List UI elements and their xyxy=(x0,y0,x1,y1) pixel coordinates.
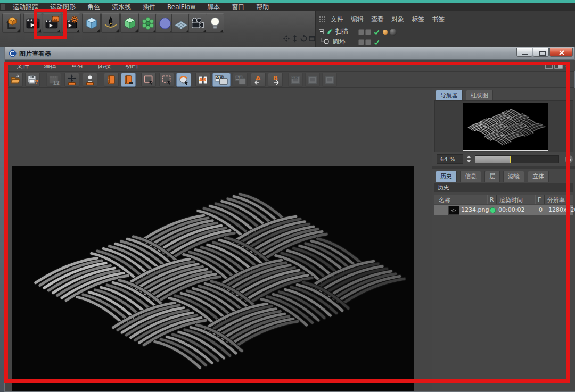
spline-pen-button[interactable] xyxy=(101,13,120,33)
texture-tag-icon[interactable] xyxy=(383,30,388,35)
om-menu-bookmarks[interactable]: 书签 xyxy=(432,15,445,24)
menu-item-script[interactable]: 脚本 xyxy=(207,3,220,12)
zoom-icon[interactable] xyxy=(291,35,299,43)
pinwheel-icon xyxy=(141,16,155,31)
light-button[interactable] xyxy=(206,13,224,33)
menu-item-plugins[interactable]: 插件 xyxy=(143,3,155,12)
window-title: 图片查看器 xyxy=(19,49,51,59)
menu-item-character[interactable]: 角色 xyxy=(87,3,100,12)
minimize-button[interactable] xyxy=(516,48,532,57)
axis-cube-button[interactable] xyxy=(2,13,21,33)
toggle-view-icon[interactable] xyxy=(308,35,316,43)
camera-icon xyxy=(191,16,206,31)
deformer-button[interactable] xyxy=(138,13,157,33)
om-menu-objects[interactable]: 对象 xyxy=(391,15,404,24)
green-cube-icon xyxy=(122,16,137,31)
editor-visibility-dot[interactable] xyxy=(358,39,364,45)
om-menu-tags[interactable]: 标签 xyxy=(412,15,424,24)
material-ball-icon[interactable] xyxy=(390,29,397,36)
object-label: 扫描 xyxy=(335,27,348,36)
clipped-menu-fragment xyxy=(1,4,5,10)
menu-item-window[interactable]: 窗口 xyxy=(232,3,244,12)
drag-grid-icon xyxy=(319,16,325,22)
object-row-sweep[interactable]: 扫描 xyxy=(319,27,348,36)
tree-branch-circle-icon xyxy=(319,38,331,45)
floor-button[interactable] xyxy=(171,13,190,33)
editor-visibility-dot[interactable] xyxy=(358,29,364,35)
om-menu-view[interactable]: 查看 xyxy=(371,15,384,24)
light-bulb-icon xyxy=(208,16,223,31)
picture-viewer-app-icon xyxy=(9,49,17,57)
camera-button[interactable] xyxy=(188,13,207,33)
render-visibility-dot[interactable] xyxy=(365,39,371,45)
background-window-strip xyxy=(0,47,4,392)
enable-check-icon[interactable] xyxy=(374,29,380,35)
picture-viewer-titlebar[interactable]: 图片查看器 xyxy=(5,47,574,60)
object-manager: 文件 编辑 查看 对象 标签 书签 扫描 xyxy=(315,11,575,47)
om-menu-file[interactable]: 文件 xyxy=(331,15,343,24)
menu-item-pipeline[interactable]: 流水线 xyxy=(112,3,131,12)
gear-icon xyxy=(71,16,78,22)
add-cube-button[interactable] xyxy=(82,13,101,33)
annotation-box-render-button xyxy=(34,9,67,39)
sphere-icon xyxy=(158,16,172,31)
object-toggles-sweep xyxy=(358,28,397,37)
object-manager-menubar: 文件 编辑 查看 对象 标签 书签 xyxy=(316,15,575,23)
render-visibility-dot[interactable] xyxy=(365,29,371,35)
menu-item-help[interactable]: 帮助 xyxy=(256,3,269,12)
object-row-circle[interactable]: 圆环 xyxy=(319,37,346,46)
close-button[interactable] xyxy=(549,48,573,57)
menu-item-realflow[interactable]: RealFlow xyxy=(167,3,195,11)
viewport-navigation xyxy=(283,35,316,43)
rotate-icon[interactable] xyxy=(300,35,307,43)
sweep-object-icon xyxy=(326,28,333,35)
cube-icon xyxy=(84,16,99,31)
expand-toggle-icon[interactable] xyxy=(319,29,324,34)
enable-check-icon[interactable] xyxy=(374,39,380,45)
window-controls xyxy=(516,48,573,57)
pen-icon xyxy=(103,16,118,31)
close-icon xyxy=(559,50,564,55)
floor-grid-icon xyxy=(174,16,188,31)
axis-cube-icon xyxy=(4,16,19,31)
maximize-button[interactable] xyxy=(533,48,549,57)
main-menubar: 运动跟踪 运动图形 角色 流水线 插件 RealFlow 脚本 窗口 帮助 xyxy=(0,3,575,11)
object-label: 圆环 xyxy=(333,37,346,46)
annotation-box-picture-viewer xyxy=(4,62,570,383)
cinema4d-application: 运动跟踪 运动图形 角色 流水线 插件 RealFlow 脚本 窗口 帮助 xyxy=(0,0,575,392)
pan-icon[interactable] xyxy=(283,35,290,43)
om-menu-edit[interactable]: 编辑 xyxy=(351,15,364,24)
subdivision-surface-button[interactable] xyxy=(120,13,139,33)
object-toggles-circle xyxy=(358,38,380,47)
